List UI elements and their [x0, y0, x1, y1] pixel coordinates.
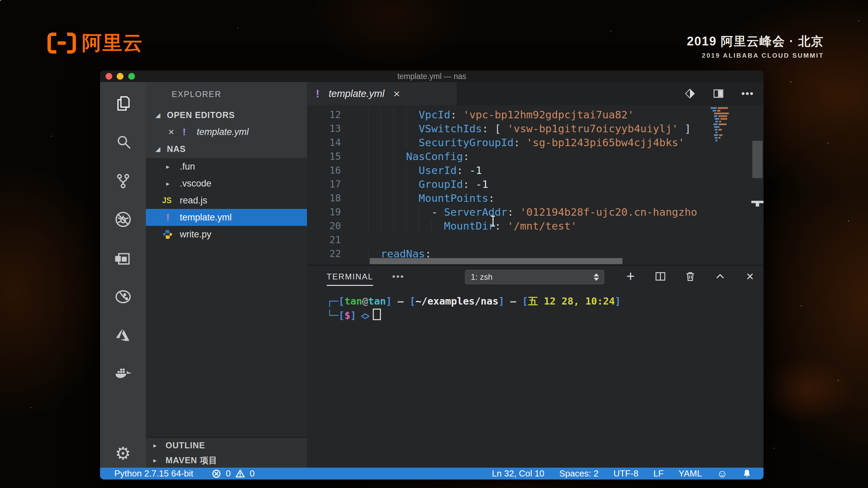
- tree-item-read-js[interactable]: JS read.js: [146, 192, 307, 209]
- minimap-row: [711, 134, 751, 136]
- tree-item-vscode[interactable]: ▸ .vscode: [146, 175, 307, 192]
- outline-section-header[interactable]: ▸ OUTLINE: [146, 438, 307, 453]
- line-number: 15: [307, 150, 341, 163]
- feedback-smiley-icon[interactable]: ☺: [717, 468, 728, 479]
- line-number: 13: [307, 122, 341, 136]
- terminal-prompt-line: ┌─[tan@tan] – [~/examples/nas] – [五 12 2…: [327, 294, 764, 308]
- code-line-21: 21: [307, 233, 711, 247]
- error-count[interactable]: 0: [226, 468, 231, 479]
- terminal-tab[interactable]: TERMINAL: [327, 272, 373, 286]
- minimap-row: [711, 129, 751, 131]
- editor-tab-bar: ! template.yml × •••: [307, 82, 764, 105]
- code-line-12: 12 VpcId: 'vpc-bp12hm92gdpcjtai7ua82': [307, 108, 711, 122]
- code-line-14: 14 SecurityGroupId: 'sg-bp1243pi65bw4cjj…: [307, 136, 711, 150]
- tree-item-write-py[interactable]: write.py: [146, 226, 307, 243]
- vertical-scrollbar[interactable]: [752, 141, 763, 178]
- eol-status[interactable]: LF: [653, 468, 663, 479]
- encoding-status[interactable]: UTF-8: [613, 468, 638, 479]
- line-number: 19: [307, 205, 341, 219]
- tab-template-yml[interactable]: ! template.yml ×: [307, 82, 457, 105]
- cursor-position-status[interactable]: Ln 32, Col 10: [492, 468, 544, 479]
- line-number: 16: [307, 163, 341, 177]
- minimap-row: [711, 110, 751, 112]
- explorer-sidebar: EXPLORER ◢ OPEN EDITORS × ! template.yml…: [146, 82, 307, 468]
- alibaba-cloud-logo-icon: [47, 32, 76, 54]
- nas-folder-section-header[interactable]: ◢ NAS: [146, 140, 307, 157]
- extensions-icon[interactable]: [100, 239, 146, 277]
- sidebar-bottom-sections: ▸ OUTLINE ▸ MAVEN 项目: [146, 437, 307, 468]
- line-number: 18: [307, 191, 341, 205]
- terminal-output[interactable]: ┌─[tan@tan] – [~/examples/nas] – [五 12 2…: [307, 287, 764, 323]
- search-icon[interactable]: [100, 123, 146, 161]
- terminal-panel: TERMINAL ••• 1: zsh +: [307, 265, 764, 468]
- explorer-icon[interactable]: [100, 84, 146, 123]
- window-title: template.yml — nas: [100, 71, 764, 82]
- maximize-panel-chevron-icon[interactable]: [715, 271, 726, 282]
- summit-title-cn: 2019 阿里云峰会 · 北京: [687, 33, 824, 50]
- azure-icon[interactable]: [100, 316, 146, 355]
- minimap-row: [711, 113, 751, 114]
- debug-icon[interactable]: [100, 200, 146, 239]
- source-control-icon[interactable]: [100, 161, 146, 200]
- minimap-row: [711, 118, 751, 120]
- presentation-slide: 阿里云 2019 阿里云峰会 · 北京 2019 ALIBABA CLOUD S…: [0, 0, 868, 488]
- select-updown-icon: [594, 273, 599, 281]
- brand-name: 阿里云: [82, 30, 143, 56]
- close-tab-icon[interactable]: ×: [393, 87, 400, 100]
- split-editor-icon[interactable]: [713, 88, 724, 99]
- docker-icon[interactable]: [100, 355, 146, 393]
- overview-ruler-marker: [751, 201, 764, 203]
- errors-icon[interactable]: [212, 469, 221, 479]
- code-line-16: 16 UserId: -1: [307, 163, 711, 177]
- python-interpreter-status[interactable]: Python 2.7.15 64-bit: [114, 468, 193, 479]
- status-bar: Python 2.7.15 64-bit 0 0 Ln 32, Col 10 S…: [100, 468, 764, 480]
- vscode-window: template.yml — nas: [100, 71, 764, 480]
- indentation-status[interactable]: Spaces: 2: [559, 468, 599, 479]
- terminal-shell-select[interactable]: 1: zsh: [465, 270, 604, 284]
- background-stars: [0, 0, 1, 1]
- terminal-more-icon[interactable]: •••: [392, 271, 404, 282]
- minimap-row: [711, 137, 751, 139]
- minimap-row: [711, 121, 751, 122]
- alibaba-cloud-logo: 阿里云: [47, 30, 143, 56]
- preview-icon[interactable]: [684, 88, 696, 99]
- terminal-cursor: [373, 309, 381, 320]
- yaml-warning-mark-icon: !: [166, 212, 180, 223]
- warning-count[interactable]: 0: [250, 468, 254, 479]
- settings-gear-icon[interactable]: ⚙: [100, 445, 146, 462]
- sidebar-top-sections: EXPLORER ◢ OPEN EDITORS × ! template.yml…: [146, 82, 307, 158]
- warnings-icon[interactable]: [235, 469, 245, 479]
- python-file-icon: [162, 229, 180, 240]
- explorer-header: EXPLORER: [146, 82, 307, 106]
- minimap-row: [711, 115, 751, 117]
- mouse-ibeam-cursor: [490, 216, 496, 227]
- code-editor[interactable]: 12 VpcId: 'vpc-bp12hm92gdpcjtai7ua82'13 …: [307, 105, 764, 265]
- code-line-13: 13 VSwitchIds: [ 'vsw-bp1gitru7oicyyb4ui…: [307, 122, 711, 136]
- close-panel-icon[interactable]: ×: [745, 271, 755, 282]
- new-terminal-icon[interactable]: +: [625, 271, 636, 282]
- maven-section-header[interactable]: ▸ MAVEN 项目: [146, 453, 307, 468]
- terminal-prompt-line: └─[$] ◇: [327, 308, 764, 323]
- more-actions-icon[interactable]: •••: [741, 88, 754, 99]
- js-file-icon: JS: [162, 196, 180, 205]
- minimap-row: [711, 126, 751, 128]
- line-number: 12: [307, 108, 341, 122]
- notifications-bell-icon[interactable]: [742, 469, 751, 479]
- split-terminal-icon[interactable]: [655, 271, 666, 282]
- tree-item-template-yml[interactable]: ! template.yml: [146, 209, 307, 226]
- language-mode-status[interactable]: YAML: [678, 468, 702, 479]
- horizontal-scrollbar[interactable]: [370, 258, 622, 264]
- close-editor-icon[interactable]: ×: [168, 126, 182, 138]
- tree-item-fun[interactable]: ▸ .fun: [146, 158, 307, 175]
- open-editors-section-header[interactable]: ◢ OPEN EDITORS: [146, 106, 307, 123]
- code-line-19: 19 - ServerAddr: '012194b28f-ujc20.cn-ha…: [307, 205, 711, 219]
- window-titlebar: template.yml — nas: [100, 71, 764, 82]
- gitlens-icon[interactable]: [100, 277, 146, 316]
- line-number: 20: [307, 219, 341, 233]
- minimap[interactable]: [711, 107, 751, 142]
- chevron-right-icon: ▸: [153, 456, 166, 464]
- chevron-expanded-icon: ◢: [155, 145, 167, 153]
- kill-terminal-trash-icon[interactable]: [685, 271, 696, 282]
- code-line-17: 17 GroupId: -1: [307, 177, 711, 191]
- open-editor-item-template-yml[interactable]: × ! template.yml: [146, 123, 307, 140]
